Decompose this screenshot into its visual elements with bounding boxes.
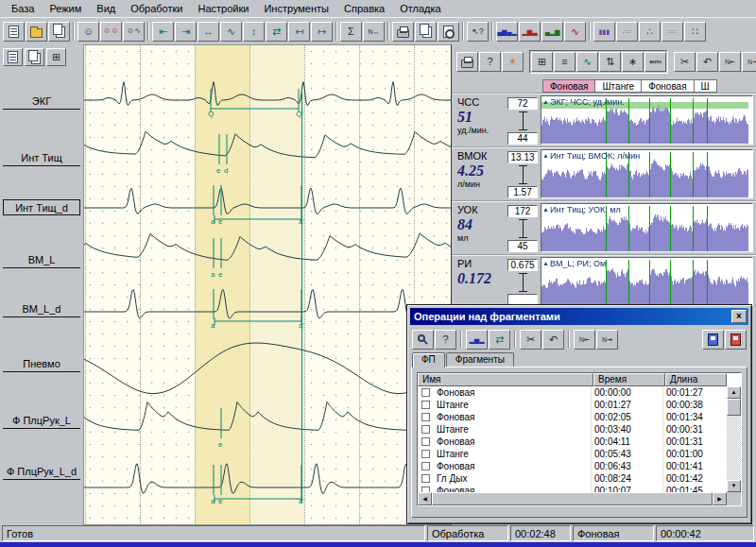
dialog-tab[interactable]: ФП (412, 352, 445, 368)
marker-span-icon[interactable]: ↔ (198, 22, 219, 42)
fragment-checkbox[interactable] (421, 474, 430, 483)
scatter-blue-icon[interactable]: ∴∵ (616, 22, 638, 42)
web-gear-icon[interactable]: ☀ (502, 52, 524, 72)
book-blue-icon[interactable] (702, 330, 724, 350)
trend-chart-icon[interactable]: ▄▆▄▂ (496, 22, 518, 42)
param-trend-chart[interactable]: ▲ ЭКГ; ЧСС; уд./мин. (541, 95, 753, 145)
notebook-icon[interactable] (3, 22, 25, 42)
menu-item[interactable]: Настройки (190, 1, 256, 16)
bounds-icon[interactable]: ⇄ (489, 330, 510, 350)
channel-label[interactable]: ЭКГ (3, 94, 80, 110)
fragment-row[interactable]: Штанге 00:01:27 00:00:38 (418, 399, 727, 411)
name-prev-icon[interactable]: N⇤ (574, 330, 595, 350)
param-range-slider[interactable] (518, 273, 528, 292)
dialog-titlebar[interactable]: Операции над фрагментами × (410, 308, 748, 325)
fragment-tab[interactable]: Штанге (595, 79, 642, 93)
marker-right-icon[interactable]: ⇥ (175, 22, 197, 42)
print-params-icon[interactable] (456, 52, 478, 72)
star-icon[interactable]: ∗ (622, 52, 644, 72)
book-red-icon[interactable] (725, 330, 747, 350)
fragment-row[interactable]: Фоновая 00:06:43 00:01:41 (418, 460, 727, 472)
help-icon[interactable]: ? (435, 330, 456, 350)
menu-item[interactable]: База (4, 1, 42, 16)
channel-label[interactable]: ВМ_L_d (3, 301, 80, 317)
matrix-icon[interactable]: ∷ (684, 22, 706, 42)
param-range-slider[interactable] (518, 111, 528, 130)
menu-item[interactable]: Обработки (123, 1, 190, 16)
fragment-row[interactable]: Гл Дых 00:08:24 00:01:42 (418, 472, 727, 485)
dialog-tab[interactable]: Фрагменты (446, 352, 514, 367)
help-icon[interactable]: ? (479, 52, 501, 72)
undo-icon[interactable]: ↶ (542, 330, 564, 350)
preview-icon[interactable] (438, 22, 459, 42)
menu-item[interactable]: Инструменты (256, 1, 336, 16)
fragment-checkbox[interactable] (421, 401, 430, 409)
vertical-scroll-thumb[interactable] (727, 399, 741, 416)
amplitude-marker-icon[interactable]: ↕ (243, 22, 265, 42)
sum-icon[interactable]: Σ (340, 22, 362, 42)
channel-label[interactable]: ВМ_L (3, 252, 80, 268)
area-chart-icon[interactable]: ▄▂▆ (541, 22, 563, 42)
auto-icon[interactable]: auto (644, 52, 666, 72)
column-header-name[interactable]: Имя (418, 373, 593, 386)
channel-label[interactable]: Ф ПлцРук_L_d (3, 464, 80, 480)
copy-icon[interactable] (415, 22, 437, 42)
fragment-tab[interactable]: Ш (695, 79, 717, 93)
param-trend-chart[interactable]: ▲ Инт Тищ; УОК; мл (541, 203, 753, 252)
undo-icon[interactable]: ↶ (696, 52, 718, 72)
menu-item[interactable]: Режим (42, 1, 89, 16)
printer-icon[interactable] (392, 22, 414, 42)
fragment-checkbox[interactable] (421, 413, 430, 421)
scroll-left-icon[interactable]: ◀ (418, 492, 432, 505)
fragment-checkbox[interactable] (421, 425, 430, 434)
fragment-row[interactable]: Фоновая 00:02:05 00:01:34 (418, 411, 727, 423)
examination-icon[interactable]: ☺∿ (123, 22, 145, 42)
move-end-icon[interactable]: ↦ (311, 22, 333, 42)
menu-item[interactable]: Вид (89, 1, 123, 16)
patient-icon[interactable]: ☺ (77, 22, 99, 42)
levels-icon[interactable]: ≡ (554, 52, 576, 72)
name-next-icon[interactable]: N⇥ (596, 330, 618, 350)
fragment-chart-icon[interactable]: ▂▅▂ (466, 330, 488, 350)
param-trend-chart[interactable]: ▲ Инт Тищ; ВМОК; л/мин (541, 149, 753, 198)
waveform-plot[interactable]: QQ'edaea'aeaa'eaea' (83, 44, 452, 525)
scroll-up-icon[interactable]: ▲ (727, 386, 741, 399)
fragment-tab[interactable]: Фоновая (542, 79, 595, 93)
horizontal-scrollbar[interactable]: ◀ ▶ (418, 492, 727, 505)
scale-grid-icon[interactable]: ⊞ (531, 52, 553, 72)
fragment-next-icon[interactable]: N⇥ (742, 52, 756, 72)
move-start-icon[interactable]: ↤ (288, 22, 310, 42)
fragment-checkbox[interactable] (421, 388, 430, 397)
scissors-icon[interactable]: ✂ (674, 52, 696, 72)
menu-item[interactable]: Отладка (392, 1, 448, 16)
wave-marker-icon[interactable]: ∿ (220, 22, 242, 42)
menu-item[interactable]: Справка (336, 1, 392, 16)
param-range-slider[interactable] (518, 165, 528, 184)
fragment-row[interactable]: Фоновая 00:00:00 00:01:27 (418, 386, 727, 399)
help-pointer-icon[interactable]: ↖? (467, 22, 489, 42)
column-header-time[interactable]: Время (593, 373, 665, 386)
close-icon[interactable]: × (731, 310, 747, 323)
vertical-scroll-track[interactable] (727, 416, 741, 480)
fragment-row[interactable]: Фоновая 00:10:07 00:01:45 (418, 485, 727, 492)
patients-group-icon[interactable]: ☺☺ (100, 22, 122, 42)
open-folder-icon[interactable] (26, 22, 47, 42)
swap-marker-icon[interactable]: ⇄ (266, 22, 287, 42)
fragment-checkbox[interactable] (421, 450, 430, 458)
fragment-checkbox[interactable] (421, 462, 430, 470)
channel-label[interactable]: Инт Тищ_d (3, 199, 80, 215)
name-marker-icon[interactable]: N↔ (363, 22, 385, 42)
channel-label[interactable]: Ф ПлцРук_L (3, 413, 80, 429)
marker-left-icon[interactable]: ⇤ (152, 22, 174, 42)
scatter-red-icon[interactable]: ∴ (639, 22, 661, 42)
histogram-icon[interactable]: ▂▆▃ (519, 22, 541, 42)
scissors-icon[interactable]: ✂ (520, 330, 541, 350)
wave-chart-icon[interactable]: ∿ (564, 22, 586, 42)
fragment-prev-icon[interactable]: N⇤ (719, 52, 741, 72)
scroll-down-icon[interactable]: ▼ (727, 480, 741, 492)
bars-icon[interactable]: ▮▮▮ (593, 22, 615, 42)
fragment-row[interactable]: Штанге 00:05:43 00:01:00 (418, 448, 727, 460)
param-range-slider[interactable] (518, 219, 528, 238)
dots-grid-icon[interactable]: ∷∷ (662, 22, 683, 42)
axes-icon[interactable]: ⇅ (599, 52, 621, 72)
